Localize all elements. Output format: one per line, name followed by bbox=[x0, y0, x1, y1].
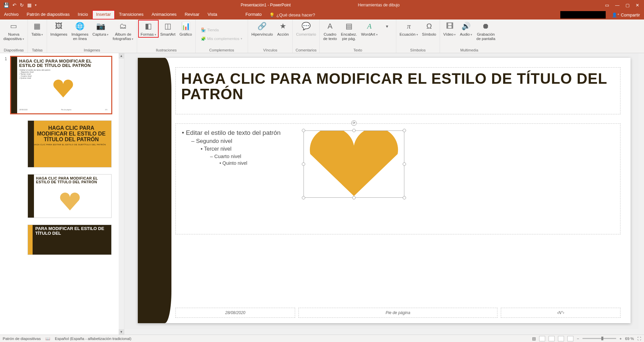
resize-handle[interactable] bbox=[403, 129, 406, 132]
date-placeholder[interactable]: 28/08/2020 bbox=[175, 308, 295, 318]
resize-handle[interactable] bbox=[403, 196, 406, 199]
equation-button[interactable]: πEcuación bbox=[398, 20, 420, 37]
fit-to-window-button[interactable]: ⛶ bbox=[637, 337, 641, 341]
minimize-icon[interactable]: — bbox=[615, 3, 619, 8]
group-simbolos: Símbolos bbox=[398, 48, 438, 53]
textbox-icon: A bbox=[325, 21, 335, 32]
ribbon-options-icon[interactable]: ▭ bbox=[605, 3, 609, 8]
my-addins-button: 🧩Mis complementos▾ bbox=[199, 35, 244, 42]
document-title: Presentación1 - PowerPoint bbox=[241, 3, 291, 7]
layout-thumbnail[interactable]: HAGA CLIC PARA MODIFICAR EL ESTILO DE TÍ… bbox=[28, 174, 112, 218]
slide-thumbnails-panel: 1 HAGA CLIC PARA MODIFICAR EL ESTILO DE … bbox=[0, 53, 124, 335]
canvas-vscrollbar[interactable] bbox=[639, 53, 644, 335]
textbox-button[interactable]: ACuadro de texto bbox=[321, 20, 339, 42]
online-images-button[interactable]: 🌐Imágenes en línea bbox=[69, 20, 90, 42]
slideshow-view-button[interactable] bbox=[567, 336, 573, 341]
slide[interactable]: HAGA CLIC PARA MODIFICAR EL ESTILO DE TÍ… bbox=[138, 58, 631, 323]
video-button[interactable]: 🎞Vídeo bbox=[441, 20, 458, 37]
qat-dropdown-icon[interactable]: ▾ bbox=[35, 3, 37, 7]
scroll-down-icon[interactable]: ▼ bbox=[119, 329, 124, 335]
selection-box bbox=[304, 130, 404, 198]
master-slide-thumbnail[interactable]: HAGA CLIC PARA MODIFICAR EL ESTILO DE TÍ… bbox=[11, 56, 112, 114]
shapes-button[interactable]: ◧Formas bbox=[138, 20, 158, 37]
share-icon: 👤⁺ bbox=[612, 12, 619, 17]
text-more-button[interactable]: ▾ bbox=[380, 20, 395, 32]
user-account-box[interactable] bbox=[560, 11, 606, 18]
zoom-slider[interactable] bbox=[582, 338, 616, 339]
footer-placeholders: 28/08/2020 Pie de página ‹N°› bbox=[175, 308, 620, 318]
tell-me-search[interactable]: 💡 ¿Qué desea hacer? bbox=[266, 10, 319, 20]
sorter-view-button[interactable] bbox=[549, 336, 555, 341]
zoom-level[interactable]: 69 % bbox=[625, 337, 634, 341]
heart-shape-selected[interactable]: ⟳ bbox=[304, 130, 404, 198]
tab-insertar[interactable]: Insertar bbox=[92, 10, 115, 20]
chart-button[interactable]: 📊Gráfico bbox=[177, 20, 194, 37]
smartart-icon: ◫ bbox=[162, 21, 173, 32]
group-imagenes: Imágenes bbox=[48, 48, 135, 53]
redo-icon[interactable]: ↻ bbox=[20, 2, 24, 8]
slide-number-placeholder[interactable]: ‹N°› bbox=[501, 308, 620, 318]
album-icon: 🗂 bbox=[118, 21, 128, 32]
rotation-handle[interactable]: ⟳ bbox=[351, 120, 357, 126]
wordart-button[interactable]: AWordArt bbox=[359, 20, 379, 37]
thumb-number: 1 bbox=[5, 56, 9, 61]
action-button[interactable]: ★Acción bbox=[275, 20, 291, 37]
close-icon[interactable]: ✕ bbox=[636, 3, 639, 8]
ribbon-tabs: Archivo Patrón de diapositivas Inicio In… bbox=[0, 10, 644, 20]
maximize-icon[interactable]: ▢ bbox=[626, 3, 630, 8]
group-vinculos: Vínculos bbox=[249, 48, 291, 53]
share-button[interactable]: 👤⁺ Compartir bbox=[608, 10, 644, 20]
content-placeholder[interactable]: Editar el estilo de texto del patrón Seg… bbox=[175, 123, 620, 234]
zoom-out-button[interactable]: − bbox=[577, 337, 579, 341]
table-button[interactable]: ▦Tabla bbox=[29, 20, 45, 37]
scroll-up-icon[interactable]: ▲ bbox=[119, 53, 124, 59]
zoom-in-button[interactable]: + bbox=[619, 337, 622, 341]
photo-album-button[interactable]: 🗂Álbum de fotografías bbox=[111, 20, 135, 42]
resize-handle[interactable] bbox=[352, 196, 356, 199]
hyperlink-button[interactable]: 🔗Hipervínculo bbox=[249, 20, 275, 37]
header-footer-button[interactable]: ▤Encabez. pie pág. bbox=[339, 20, 359, 42]
canvas-hscrollbar[interactable] bbox=[124, 329, 639, 335]
footer-placeholder[interactable]: Pie de página bbox=[298, 308, 497, 318]
resize-handle[interactable] bbox=[352, 129, 356, 132]
normal-view-button[interactable] bbox=[539, 336, 545, 341]
tab-vista[interactable]: Vista bbox=[203, 10, 221, 20]
tab-revisar[interactable]: Revisar bbox=[180, 10, 203, 20]
smartart-button[interactable]: ◫SmartArt bbox=[158, 20, 177, 37]
ribbon: ▭ Nueva diapositiva Diapositivas ▦Tabla … bbox=[0, 20, 644, 53]
table-icon: ▦ bbox=[32, 21, 43, 32]
spellcheck-icon[interactable]: 📖 bbox=[45, 336, 50, 341]
resize-handle[interactable] bbox=[302, 129, 305, 132]
resize-handle[interactable] bbox=[302, 196, 305, 199]
new-slide-icon: ▭ bbox=[8, 21, 19, 32]
tab-inicio[interactable]: Inicio bbox=[74, 10, 92, 20]
tab-patron-diapositivas[interactable]: Patrón de diapositivas bbox=[23, 10, 74, 20]
tab-formato[interactable]: Formato bbox=[241, 10, 266, 20]
start-slideshow-icon[interactable]: ▦ bbox=[27, 2, 32, 8]
new-slide-button[interactable]: ▭ Nueva diapositiva bbox=[1, 20, 26, 42]
screen-recording-icon: ⏺ bbox=[480, 21, 491, 32]
status-language[interactable]: Español (España - alfabetización tradici… bbox=[55, 337, 131, 341]
title-placeholder[interactable]: HAGA CLIC PARA MODIFICAR EL ESTILO DE TÍ… bbox=[175, 67, 620, 114]
screen-recording-button[interactable]: ⏺Grabación de pantalla bbox=[474, 20, 497, 42]
notes-button[interactable]: ▤ bbox=[532, 336, 536, 341]
save-icon[interactable]: 💾 bbox=[3, 2, 9, 8]
layout-thumbnail[interactable]: PARA MODIFICAR EL ESTILO DE TÍTULO DEL bbox=[28, 225, 112, 255]
tab-archivo[interactable]: Archivo bbox=[0, 10, 23, 20]
chart-icon: 📊 bbox=[180, 21, 191, 32]
thumbnails-scrollbar[interactable]: ▲ ▼ bbox=[119, 53, 124, 335]
screenshot-button[interactable]: 📷Captura bbox=[90, 20, 111, 37]
tab-animaciones[interactable]: Animaciones bbox=[148, 10, 180, 20]
audio-button[interactable]: 🔊Audio bbox=[458, 20, 474, 37]
wordart-icon: A bbox=[364, 21, 375, 32]
layout-thumbnail[interactable]: HAGA CLIC PARA MODIFICAR EL ESTILO DE TÍ… bbox=[28, 120, 112, 167]
reading-view-button[interactable] bbox=[558, 336, 564, 341]
symbol-button[interactable]: ΩSímbolo bbox=[420, 20, 438, 37]
tab-transiciones[interactable]: Transiciones bbox=[115, 10, 148, 20]
resize-handle[interactable] bbox=[302, 162, 305, 166]
context-tab-title: Herramientas de dibujo bbox=[358, 3, 400, 7]
undo-icon[interactable]: ↶ bbox=[12, 2, 16, 8]
images-button[interactable]: 🖼Imágenes bbox=[48, 20, 70, 37]
online-images-icon: 🌐 bbox=[75, 21, 85, 32]
resize-handle[interactable] bbox=[403, 162, 406, 166]
